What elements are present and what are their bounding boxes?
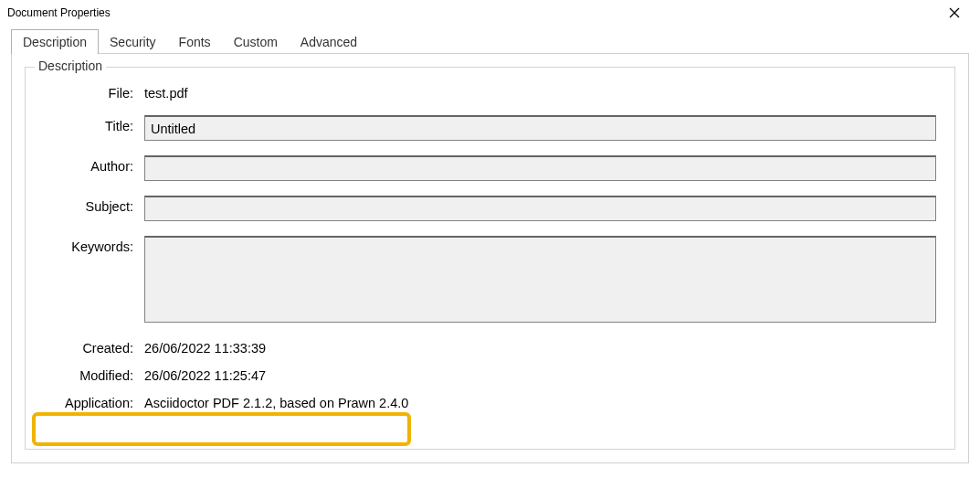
keywords-field[interactable] [144,236,936,323]
tabs-container: Description Security Fonts Custom Advanc… [11,29,969,54]
subject-field[interactable] [144,196,936,221]
tab-security[interactable]: Security [98,29,168,54]
label-file: File: [44,82,144,101]
label-keywords: Keywords: [44,236,144,254]
description-fieldset: Description File: test.pdf Title: Author… [25,67,955,450]
tab-fonts[interactable]: Fonts [167,29,223,54]
close-icon [949,7,960,18]
title-field[interactable] [144,115,936,141]
row-file: File: test.pdf [44,82,936,101]
row-author: Author: [44,155,936,181]
label-author: Author: [44,155,144,174]
row-keywords: Keywords: [44,236,936,323]
tab-advanced[interactable]: Advanced [289,29,369,54]
tab-panel: Description File: test.pdf Title: Author… [11,53,969,463]
row-application: Application: Asciidoctor PDF 2.1.2, base… [44,392,936,410]
tabs: Description Security Fonts Custom Advanc… [11,29,969,54]
window-title: Document Properties [7,6,111,19]
close-button[interactable] [936,2,973,24]
label-created: Created: [44,337,144,356]
row-modified: Modified: 26/06/2022 11:25:47 [44,365,936,383]
value-modified: 26/06/2022 11:25:47 [144,365,936,383]
label-subject: Subject: [44,196,144,214]
row-subject: Subject: [44,196,936,221]
value-file: test.pdf [144,82,936,101]
window-titlebar: Document Properties [0,0,980,26]
tab-description[interactable]: Description [11,29,99,54]
label-modified: Modified: [44,365,144,383]
fieldset-legend: Description [35,58,106,73]
label-application: Application: [44,392,144,410]
tab-custom[interactable]: Custom [222,29,290,54]
row-created: Created: 26/06/2022 11:33:39 [44,337,936,356]
author-field[interactable] [144,155,936,181]
row-title: Title: [44,115,936,141]
value-created: 26/06/2022 11:33:39 [144,337,936,356]
label-title: Title: [44,115,144,133]
value-application: Asciidoctor PDF 2.1.2, based on Prawn 2.… [144,392,936,410]
